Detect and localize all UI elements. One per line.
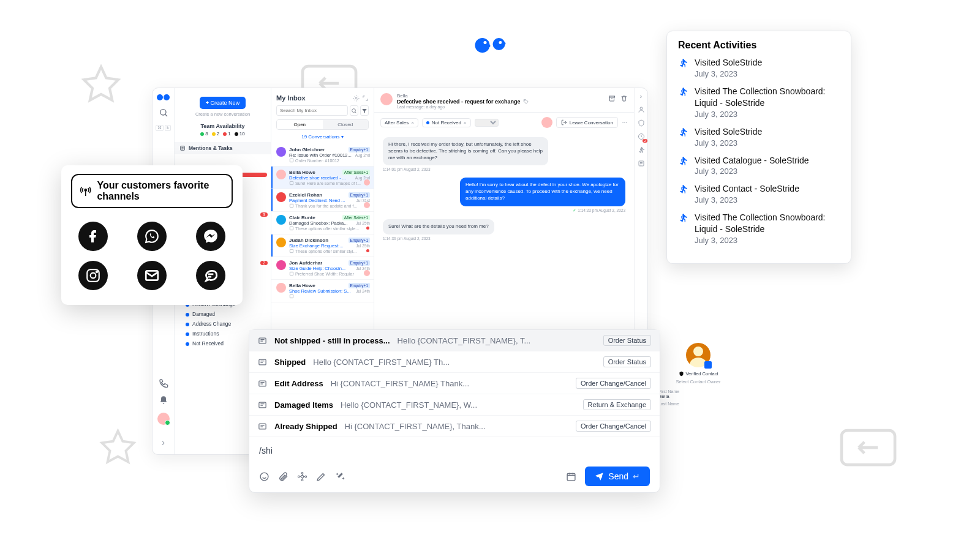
calendar-icon[interactable]	[566, 471, 576, 482]
svg-rect-10	[290, 227, 293, 230]
walk-icon	[678, 58, 688, 68]
whatsapp-icon[interactable]	[137, 222, 167, 251]
ai-icon[interactable]	[297, 471, 307, 482]
leave-button[interactable]: Leave Conversation	[556, 117, 618, 128]
walk-icon	[678, 213, 688, 223]
shield-icon[interactable]	[638, 119, 645, 127]
conversation-item[interactable]: Bella HoweAfter Sales+1 Defective shoe r…	[271, 167, 374, 189]
inbox-search-input[interactable]	[276, 105, 348, 116]
logo-icon	[157, 94, 170, 100]
svg-rect-7	[290, 159, 293, 162]
messenger-icon[interactable]	[196, 222, 225, 251]
message-icon	[258, 422, 267, 431]
activity-item: Visited Contact - SoleStrideJuly 3, 2023	[678, 183, 840, 204]
conversation-item[interactable]: Bella HoweEnquiry+1 Shoe Review Submissi…	[271, 280, 374, 302]
conversation-item[interactable]: Judah DickinsonEnquiry+1 Size Exchange R…	[271, 234, 374, 257]
search-icon[interactable]	[159, 108, 168, 118]
tag-pill-notreceived[interactable]: Not Received×	[422, 118, 471, 127]
user-icon[interactable]	[638, 106, 645, 113]
gear-icon[interactable]	[353, 95, 360, 102]
expand-icon[interactable]: ›	[640, 93, 642, 100]
svg-rect-12	[290, 272, 293, 275]
svg-rect-39	[567, 473, 575, 480]
message-incoming: Hi there, I received my order today, but…	[383, 137, 548, 165]
compose-input[interactable]: /shi	[259, 446, 650, 455]
phone-icon[interactable]	[159, 378, 168, 388]
attachment-icon[interactable]	[278, 471, 288, 482]
inbox-tabs: Open Closed	[276, 119, 369, 130]
contact-avatar[interactable]	[380, 93, 393, 105]
archive-icon[interactable]	[608, 95, 616, 102]
expand-icon[interactable]	[362, 95, 369, 102]
tag-dropdown[interactable]	[475, 119, 499, 127]
canned-response-item[interactable]: Already ShippedHi {CONTACT_FIRST_NAME}, …	[249, 416, 660, 437]
inbox-title: My Inbox	[276, 94, 306, 102]
field-value: Bella	[658, 394, 738, 399]
bell-icon[interactable]	[159, 395, 168, 405]
list-icon[interactable]	[638, 160, 645, 167]
activity-item: Visited The Collection Snowboard: Liquid…	[678, 212, 840, 245]
tab-open[interactable]: Open	[277, 120, 323, 129]
email-icon[interactable]	[137, 261, 167, 290]
svg-point-5	[355, 97, 357, 99]
tab-closed[interactable]: Closed	[323, 120, 369, 129]
svg-point-36	[301, 479, 303, 481]
svg-point-35	[301, 472, 303, 474]
svg-point-14	[524, 100, 525, 101]
svg-point-26	[96, 271, 97, 272]
svg-point-17	[624, 122, 625, 123]
svg-point-34	[301, 475, 303, 478]
recent-title: Recent Activities	[678, 40, 840, 51]
svg-point-38	[305, 476, 307, 478]
owner-selector[interactable]: Select Contact Owner	[658, 379, 738, 384]
walk-icon	[678, 156, 688, 166]
activity-item: Visited SoleStrideJuly 3, 2023	[678, 126, 840, 148]
instagram-icon[interactable]	[78, 261, 108, 290]
antenna-icon	[80, 184, 91, 198]
mentions-tasks[interactable]: Mentions & Tasks	[175, 142, 271, 154]
canned-response-item[interactable]: ShippedHello {CONTACT_FIRST_NAME} Th...O…	[249, 351, 660, 373]
walk-icon[interactable]	[638, 146, 645, 154]
magic-icon[interactable]	[335, 471, 345, 482]
tag-icon[interactable]	[523, 99, 529, 105]
chat-icon[interactable]	[196, 261, 225, 290]
emoji-icon[interactable]	[259, 471, 270, 482]
message-timestamp: 1:14:23 pm August 2, 2023	[383, 208, 625, 213]
contact-avatar-large[interactable]	[686, 343, 710, 367]
facebook-icon[interactable]	[78, 222, 108, 251]
field-label: First Name	[658, 389, 738, 394]
svg-point-18	[626, 122, 627, 123]
message-timestamp: 1:14:36 pm August 2, 2023	[383, 236, 625, 241]
canned-response-item[interactable]: Edit AddressHi {CONTACT_FIRST_NAME} Than…	[249, 373, 660, 394]
collapse-icon[interactable]: ›	[162, 437, 165, 448]
team-availability-label: Team Availability	[175, 123, 271, 129]
edit-icon[interactable]	[316, 471, 326, 482]
message-icon	[258, 379, 267, 388]
canned-response-item[interactable]: Damaged ItemsHello {CONTACT_FIRST_NAME},…	[249, 394, 660, 416]
conversation-count[interactable]: 19 Conversations	[271, 130, 374, 144]
trash-icon[interactable]	[620, 95, 628, 102]
message-timestamp: 1:14:01 pm August 2, 2023	[383, 167, 625, 171]
tag-pill-aftersales[interactable]: After Sales×	[380, 118, 418, 127]
tag-damaged[interactable]: Damaged	[181, 309, 271, 319]
more-icon[interactable]	[622, 119, 628, 126]
search-icon[interactable]	[350, 105, 358, 116]
svg-rect-11	[290, 249, 293, 252]
assignee-avatar[interactable]	[541, 117, 552, 128]
send-button[interactable]: Send ↵	[585, 467, 650, 486]
walk-icon	[678, 184, 688, 194]
walk-icon	[678, 87, 688, 97]
field-label: Last Name	[658, 402, 738, 406]
filter-icon[interactable]	[360, 105, 369, 116]
canned-response-item[interactable]: Not shipped - still in process...Hello {…	[249, 330, 660, 351]
svg-point-33	[260, 473, 268, 481]
conversation-item[interactable]: Jon AufderharEnquiry+1 Size Guide Help: …	[271, 257, 374, 280]
keyboard-shortcut: ⌘k	[156, 125, 171, 131]
conversation-title: Defective shoe received - request for ex…	[397, 99, 529, 105]
conversation-item[interactable]: Clair RunteAfter Sales+1 Damaged Shoebox…	[271, 212, 374, 234]
tag-address[interactable]: Address Change	[181, 319, 271, 329]
user-avatar[interactable]	[157, 413, 170, 425]
conversation-item[interactable]: John GleichnerEnquiry+1 Re: Issue with O…	[271, 144, 374, 167]
create-button[interactable]: Create New	[200, 97, 246, 109]
conversation-item[interactable]: Ezekiel RohanEnquiry+1 Payment Declined:…	[271, 189, 374, 212]
